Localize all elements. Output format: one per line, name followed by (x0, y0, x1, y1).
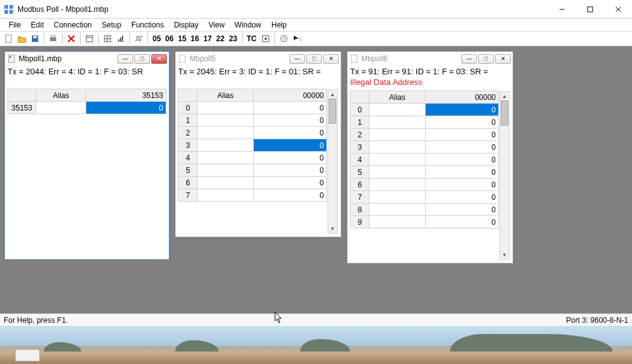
tb-23[interactable]: 23 (227, 34, 239, 43)
row-header[interactable]: 7 (179, 189, 198, 202)
cell-alias[interactable] (198, 164, 254, 177)
col-value[interactable]: 00000 (254, 89, 327, 102)
table-row[interactable]: 40 (179, 152, 327, 164)
new-icon[interactable] (3, 32, 15, 45)
table-row[interactable]: 50 (351, 166, 499, 179)
whatsthis-icon[interactable]: ? (291, 32, 303, 45)
cell-alias[interactable] (369, 104, 426, 116)
row-header[interactable]: 9 (351, 216, 369, 229)
row-header[interactable]: 1 (179, 114, 198, 127)
menu-view[interactable]: View (205, 20, 229, 30)
scroll-down-icon[interactable]: ▼ (328, 224, 337, 233)
row-header[interactable]: 1 (351, 116, 369, 129)
tb-06[interactable]: 06 (163, 34, 175, 43)
open-icon[interactable] (16, 32, 28, 45)
col-alias[interactable]: Alias (369, 91, 426, 104)
cell-alias[interactable] (369, 116, 426, 129)
disconnect-icon[interactable] (65, 32, 78, 45)
tb-15[interactable]: 15 (176, 34, 188, 43)
maximize-button[interactable] (576, 0, 604, 18)
help-icon[interactable]: ? (278, 32, 290, 45)
cell-value[interactable]: 0 (426, 204, 499, 216)
cell-value[interactable]: 0 (86, 102, 166, 114)
menu-display[interactable]: Display (170, 20, 202, 30)
grid[interactable]: Alias 35153 351530 (8, 89, 166, 257)
window-icon[interactable] (83, 32, 96, 45)
table-row[interactable]: 00 (179, 102, 327, 114)
cell-alias[interactable] (198, 139, 254, 152)
grid[interactable]: Alias 00000 00102030405060708090 ▲ ▼ (350, 91, 510, 260)
cell-alias[interactable] (369, 216, 426, 229)
child-window-mbpoll6[interactable]: Mbpoll6 — □ ✕ Tx = 91: Err = 91: ID = 1:… (347, 51, 513, 263)
table-row[interactable]: 10 (179, 114, 327, 127)
cell-value[interactable]: 0 (426, 216, 499, 229)
cell-alias[interactable] (198, 102, 254, 114)
table-row[interactable]: 90 (351, 216, 499, 229)
row-header[interactable]: 2 (351, 129, 369, 141)
menu-edit[interactable]: Edit (27, 20, 48, 30)
child-window-mbpoll1[interactable]: Mbpoll1.mbp — □ ✕ Tx = 2044: Err = 4: ID… (4, 51, 169, 260)
cell-value[interactable]: 0 (426, 129, 499, 141)
table-row[interactable]: 00 (351, 104, 499, 116)
child-close-button[interactable]: ✕ (323, 54, 339, 64)
col-alias[interactable]: Alias (198, 89, 254, 102)
cell-value[interactable]: 0 (426, 116, 499, 129)
menu-functions[interactable]: Functions (128, 20, 168, 30)
tb-17[interactable]: 17 (201, 34, 213, 43)
table-row[interactable]: 40 (351, 154, 499, 166)
cell-value[interactable]: 0 (254, 139, 327, 152)
close-button[interactable] (604, 0, 632, 18)
cell-alias[interactable] (369, 179, 426, 191)
cell-value[interactable]: 0 (426, 154, 499, 166)
table-row[interactable]: 351530 (8, 102, 166, 114)
cell-alias[interactable] (198, 152, 254, 164)
scroll-thumb[interactable] (501, 101, 508, 125)
cell-value[interactable]: 0 (254, 189, 327, 202)
child-minimize-button[interactable]: — (289, 54, 305, 64)
cell-value[interactable]: 0 (254, 152, 327, 164)
child-maximize-button[interactable]: □ (478, 54, 494, 64)
row-header[interactable]: 5 (351, 166, 369, 179)
child-close-button[interactable]: ✕ (495, 54, 511, 64)
menu-connection[interactable]: Connection (50, 20, 96, 30)
cell-alias[interactable] (369, 129, 426, 141)
cell-alias[interactable] (36, 102, 86, 114)
row-header[interactable]: 4 (179, 152, 198, 164)
row-header[interactable]: 8 (351, 204, 369, 216)
menu-help[interactable]: Help (268, 20, 291, 30)
table-row[interactable]: 20 (351, 129, 499, 141)
table-row[interactable]: 80 (351, 204, 499, 216)
scroll-up-icon[interactable]: ▲ (500, 92, 509, 101)
cell-alias[interactable] (198, 114, 254, 127)
cell-alias[interactable] (369, 154, 426, 166)
row-header[interactable]: 2 (179, 127, 198, 139)
cell-alias[interactable] (198, 177, 254, 189)
child-minimize-button[interactable]: — (461, 54, 477, 64)
row-header[interactable]: 0 (179, 102, 198, 114)
table-row[interactable]: 70 (351, 191, 499, 204)
scrollbar[interactable]: ▲ ▼ (328, 89, 338, 234)
corner-header[interactable] (179, 89, 198, 102)
pulse-icon[interactable] (133, 32, 145, 45)
cell-alias[interactable] (369, 166, 426, 179)
tb-16[interactable]: 16 (189, 34, 201, 43)
menu-setup[interactable]: Setup (98, 20, 125, 30)
row-header[interactable]: 0 (351, 104, 369, 116)
cell-value[interactable]: 0 (254, 102, 327, 114)
row-header[interactable]: 35153 (8, 102, 36, 114)
corner-header[interactable] (351, 91, 369, 104)
signal-icon[interactable] (114, 32, 127, 45)
scroll-up-icon[interactable]: ▲ (328, 90, 337, 99)
cell-value[interactable]: 0 (426, 191, 499, 204)
table-row[interactable]: 70 (179, 189, 327, 202)
cell-value[interactable]: 0 (426, 141, 499, 154)
table-row[interactable]: 60 (351, 179, 499, 191)
cell-value[interactable]: 0 (254, 177, 327, 189)
child-maximize-button[interactable]: □ (306, 54, 322, 64)
cell-alias[interactable] (369, 191, 426, 204)
corner-header[interactable] (8, 89, 36, 102)
cell-alias[interactable] (369, 204, 426, 216)
cell-value[interactable]: 0 (426, 179, 499, 191)
save-icon[interactable] (29, 32, 41, 45)
menu-window[interactable]: Window (231, 20, 265, 30)
